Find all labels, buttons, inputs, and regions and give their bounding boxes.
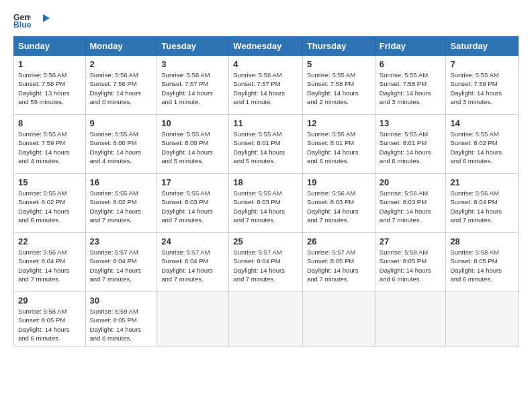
calendar-cell: 1Sunrise: 5:56 AM Sunset: 7:56 PM Daylig… [14, 56, 86, 115]
day-number: 16 [90, 177, 153, 187]
day-number: 29 [18, 295, 81, 306]
day-number: 21 [450, 177, 514, 187]
day-number: 2 [90, 59, 153, 69]
calendar-cell: 16Sunrise: 5:55 AM Sunset: 8:02 PM Dayli… [85, 174, 157, 233]
calendar-cell: 23Sunrise: 5:57 AM Sunset: 8:04 PM Dayli… [85, 233, 157, 292]
calendar-week-row: 29Sunrise: 5:58 AM Sunset: 8:05 PM Dayli… [14, 292, 519, 347]
calendar-cell: 21Sunrise: 5:56 AM Sunset: 8:04 PM Dayli… [446, 174, 519, 233]
calendar-table: SundayMondayTuesdayWednesdayThursdayFrid… [13, 36, 519, 347]
day-detail: Sunrise: 5:58 AM Sunset: 8:05 PM Dayligh… [380, 248, 442, 283]
day-number: 9 [90, 118, 153, 128]
day-number: 8 [18, 118, 81, 128]
day-detail: Sunrise: 5:55 AM Sunset: 8:01 PM Dayligh… [233, 130, 298, 165]
calendar-cell: 9Sunrise: 5:55 AM Sunset: 8:00 PM Daylig… [85, 115, 157, 174]
calendar-header-monday: Monday [85, 37, 157, 56]
calendar-cell [446, 292, 519, 347]
day-detail: Sunrise: 5:56 AM Sunset: 7:56 PM Dayligh… [18, 71, 81, 106]
calendar-cell: 12Sunrise: 5:55 AM Sunset: 8:01 PM Dayli… [302, 115, 375, 174]
day-number: 13 [380, 118, 442, 128]
day-number: 10 [161, 118, 224, 128]
day-number: 3 [161, 59, 224, 69]
calendar-cell: 17Sunrise: 5:55 AM Sunset: 8:03 PM Dayli… [157, 174, 229, 233]
calendar-cell: 4Sunrise: 5:56 AM Sunset: 7:57 PM Daylig… [229, 56, 303, 115]
calendar-cell: 26Sunrise: 5:57 AM Sunset: 8:05 PM Dayli… [302, 233, 375, 292]
day-number: 28 [450, 236, 514, 246]
calendar-header-saturday: Saturday [446, 37, 519, 56]
day-detail: Sunrise: 5:56 AM Sunset: 8:03 PM Dayligh… [307, 189, 371, 224]
day-number: 27 [380, 236, 442, 246]
calendar-cell: 20Sunrise: 5:56 AM Sunset: 8:03 PM Dayli… [375, 174, 446, 233]
day-detail: Sunrise: 5:55 AM Sunset: 7:58 PM Dayligh… [380, 71, 442, 106]
day-detail: Sunrise: 5:57 AM Sunset: 8:05 PM Dayligh… [307, 248, 371, 283]
calendar-cell: 11Sunrise: 5:55 AM Sunset: 8:01 PM Dayli… [229, 115, 303, 174]
day-detail: Sunrise: 5:56 AM Sunset: 8:04 PM Dayligh… [450, 189, 514, 224]
calendar-week-row: 1Sunrise: 5:56 AM Sunset: 7:56 PM Daylig… [14, 56, 519, 115]
header: Gen Blue [13, 11, 519, 30]
calendar-cell: 22Sunrise: 5:56 AM Sunset: 8:04 PM Dayli… [14, 233, 86, 292]
day-number: 22 [18, 236, 81, 246]
calendar-week-row: 15Sunrise: 5:55 AM Sunset: 8:02 PM Dayli… [14, 174, 519, 233]
logo-flag-icon [36, 14, 50, 26]
day-detail: Sunrise: 5:56 AM Sunset: 7:56 PM Dayligh… [90, 71, 153, 106]
day-detail: Sunrise: 5:55 AM Sunset: 8:01 PM Dayligh… [380, 130, 442, 165]
calendar-header-row: SundayMondayTuesdayWednesdayThursdayFrid… [14, 37, 519, 56]
calendar-cell: 5Sunrise: 5:55 AM Sunset: 7:58 PM Daylig… [302, 56, 375, 115]
calendar-week-row: 8Sunrise: 5:55 AM Sunset: 7:59 PM Daylig… [14, 115, 519, 174]
calendar-week-row: 22Sunrise: 5:56 AM Sunset: 8:04 PM Dayli… [14, 233, 519, 292]
day-number: 5 [307, 59, 371, 69]
day-detail: Sunrise: 5:59 AM Sunset: 8:05 PM Dayligh… [90, 307, 153, 342]
calendar-cell: 18Sunrise: 5:55 AM Sunset: 8:03 PM Dayli… [229, 174, 303, 233]
day-detail: Sunrise: 5:55 AM Sunset: 8:03 PM Dayligh… [161, 189, 224, 224]
day-number: 1 [18, 59, 81, 69]
day-number: 25 [233, 236, 298, 246]
day-number: 15 [18, 177, 81, 187]
day-number: 12 [307, 118, 371, 128]
calendar-cell: 30Sunrise: 5:59 AM Sunset: 8:05 PM Dayli… [85, 292, 157, 347]
day-number: 26 [307, 236, 371, 246]
calendar-cell: 14Sunrise: 5:55 AM Sunset: 8:02 PM Dayli… [446, 115, 519, 174]
day-detail: Sunrise: 5:58 AM Sunset: 8:05 PM Dayligh… [450, 248, 514, 283]
day-detail: Sunrise: 5:55 AM Sunset: 8:00 PM Dayligh… [90, 130, 153, 165]
day-number: 20 [380, 177, 442, 187]
day-detail: Sunrise: 5:57 AM Sunset: 8:04 PM Dayligh… [233, 248, 298, 283]
calendar-header-thursday: Thursday [302, 37, 375, 56]
calendar-cell: 13Sunrise: 5:55 AM Sunset: 8:01 PM Dayli… [375, 115, 446, 174]
day-detail: Sunrise: 5:55 AM Sunset: 8:00 PM Dayligh… [161, 130, 224, 165]
day-detail: Sunrise: 5:55 AM Sunset: 8:02 PM Dayligh… [18, 189, 81, 224]
day-detail: Sunrise: 5:55 AM Sunset: 8:01 PM Dayligh… [307, 130, 371, 165]
calendar-cell: 19Sunrise: 5:56 AM Sunset: 8:03 PM Dayli… [302, 174, 375, 233]
calendar-cell: 25Sunrise: 5:57 AM Sunset: 8:04 PM Dayli… [229, 233, 303, 292]
calendar-header-tuesday: Tuesday [157, 37, 229, 56]
day-detail: Sunrise: 5:56 AM Sunset: 7:57 PM Dayligh… [233, 71, 298, 106]
day-detail: Sunrise: 5:55 AM Sunset: 8:02 PM Dayligh… [90, 189, 153, 224]
day-detail: Sunrise: 5:55 AM Sunset: 7:59 PM Dayligh… [450, 71, 514, 106]
day-number: 23 [90, 236, 153, 246]
calendar-cell: 24Sunrise: 5:57 AM Sunset: 8:04 PM Dayli… [157, 233, 229, 292]
day-number: 7 [450, 59, 514, 69]
day-number: 6 [380, 59, 442, 69]
logo-wordmark [35, 14, 50, 26]
day-detail: Sunrise: 5:55 AM Sunset: 8:02 PM Dayligh… [450, 130, 514, 165]
calendar-cell: 6Sunrise: 5:55 AM Sunset: 7:58 PM Daylig… [375, 56, 446, 115]
day-detail: Sunrise: 5:55 AM Sunset: 7:59 PM Dayligh… [18, 130, 81, 165]
logo-icon: Gen Blue [13, 11, 32, 30]
page: Gen Blue Sunday [0, 0, 532, 357]
calendar-header-sunday: Sunday [14, 37, 86, 56]
svg-marker-3 [43, 14, 50, 22]
calendar-cell: 15Sunrise: 5:55 AM Sunset: 8:02 PM Dayli… [14, 174, 86, 233]
calendar-cell [302, 292, 375, 347]
day-number: 24 [161, 236, 224, 246]
day-detail: Sunrise: 5:57 AM Sunset: 8:04 PM Dayligh… [90, 248, 153, 283]
day-number: 11 [233, 118, 298, 128]
calendar-cell: 10Sunrise: 5:55 AM Sunset: 8:00 PM Dayli… [157, 115, 229, 174]
calendar-cell: 27Sunrise: 5:58 AM Sunset: 8:05 PM Dayli… [375, 233, 446, 292]
day-number: 19 [307, 177, 371, 187]
calendar-cell [375, 292, 446, 347]
day-number: 14 [450, 118, 514, 128]
calendar-cell [229, 292, 303, 347]
day-detail: Sunrise: 5:55 AM Sunset: 8:03 PM Dayligh… [233, 189, 298, 224]
day-number: 18 [233, 177, 298, 187]
day-number: 17 [161, 177, 224, 187]
calendar-header-wednesday: Wednesday [229, 37, 303, 56]
calendar-cell: 8Sunrise: 5:55 AM Sunset: 7:59 PM Daylig… [14, 115, 86, 174]
